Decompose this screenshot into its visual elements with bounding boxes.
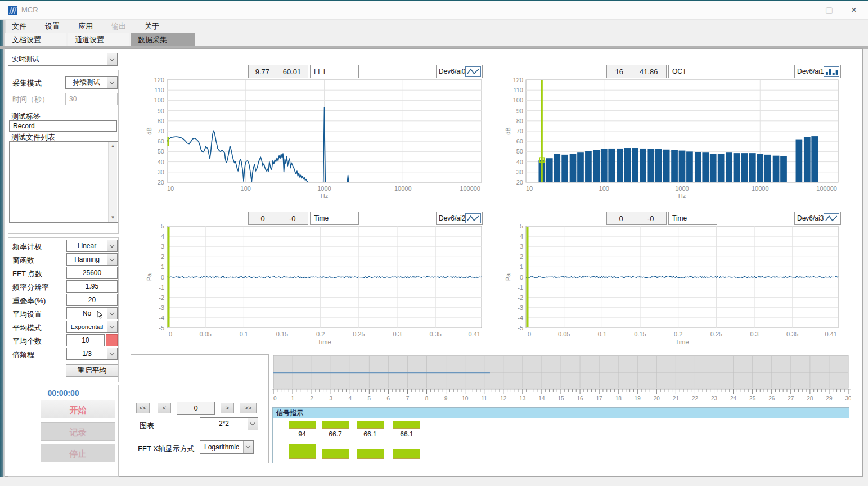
signal-value: 94 [289,430,316,438]
close-button[interactable]: × [841,1,867,19]
svg-text:15: 15 [557,395,564,402]
param-label: 平均个数 [12,336,42,346]
oct-plot[interactable]: 2030405060708090100110120101001000100001… [491,55,851,205]
fft-chart: 9.77 60.01 FFT Dev6/ai0 2030405060708090… [129,55,489,205]
fft-points-input[interactable]: 25600 [66,267,118,279]
param-label: 重叠率(%) [12,296,46,306]
overlap-input[interactable]: 20 [66,294,118,306]
tab-bar: 文档设置 通道设置 数据采集 [5,33,196,47]
svg-text:0.25: 0.25 [710,331,722,338]
freq-weighting-select[interactable]: Linear [66,240,118,252]
average-count-input[interactable]: 10 [66,334,105,346]
acq-mode-label: 采集模式 [12,78,42,88]
tab-data-acquisition[interactable]: 数据采集 [131,33,195,46]
svg-text:10: 10 [167,185,174,192]
param-label: 频率分辨率 [12,282,49,292]
divider [134,435,264,435]
svg-text:5: 5 [520,223,523,230]
scroll-down-icon[interactable]: ▼ [109,214,117,222]
scroll-up-icon[interactable]: ▲ [109,142,117,150]
nav-next-button[interactable]: > [221,403,234,413]
signal-panel: 信号指示 94 66.7 66.1 66.1 [272,407,849,464]
svg-text:2: 2 [310,395,313,402]
svg-text:10: 10 [462,395,469,402]
svg-text:90: 90 [158,107,164,114]
menu-apply[interactable]: 应用 [71,20,100,33]
test-file-list[interactable]: ▲ ▼ [9,141,118,223]
svg-text:4: 4 [161,233,164,240]
signal-level-bar [289,444,316,459]
svg-text:dB: dB [505,127,511,134]
mcr-window: MCR – ▢ × 文件 设置 应用 输出 关于 文档设置 通道设置 数据采集 … [0,0,868,486]
svg-text:24: 24 [730,395,737,402]
maximize-button[interactable]: ▢ [816,1,842,19]
svg-text:0.2: 0.2 [316,331,325,338]
svg-text:21: 21 [673,395,680,402]
svg-text:dB: dB [146,127,152,134]
svg-text:29: 29 [826,395,833,402]
menu-about[interactable]: 关于 [137,20,167,33]
window-func-select[interactable]: Hanning [66,253,118,266]
minimize-button[interactable]: – [790,1,816,19]
svg-text:0.05: 0.05 [558,331,570,338]
chart-layout-label: 图表 [140,421,154,431]
chart-layout-select[interactable]: 2*2 [200,417,258,430]
start-button[interactable]: 开始 [41,400,115,418]
svg-text:12: 12 [500,395,507,402]
svg-text:-5: -5 [518,325,523,331]
svg-text:14: 14 [538,395,545,402]
time-plot-ai3[interactable]: -5-4-3-2-101234500.050.10.150.20.250.30.… [491,209,851,351]
svg-text:110: 110 [513,87,523,93]
menu-settings[interactable]: 设置 [38,20,67,33]
svg-text:110: 110 [154,87,164,93]
svg-text:2: 2 [161,253,164,260]
menu-file[interactable]: 文件 [5,20,34,33]
average-setting-select[interactable]: No [66,307,118,320]
svg-text:4: 4 [520,233,523,240]
restart-average-button[interactable]: 重启平均 [66,364,118,377]
svg-text:0.3: 0.3 [393,331,401,338]
param-label: 平均模式 [12,323,42,333]
tab-document-settings[interactable]: 文档设置 [5,33,66,46]
svg-text:-4: -4 [159,314,164,321]
svg-text:0.35: 0.35 [429,331,441,338]
chevron-down-icon [248,418,258,430]
fft-axis-select[interactable]: Logarithmic [200,440,254,454]
svg-text:0.25: 0.25 [353,331,365,338]
param-label: 平均设置 [12,309,42,320]
svg-text:70: 70 [158,128,164,134]
nav-first-button[interactable]: << [136,403,150,413]
test-label-input[interactable]: Record [9,120,117,132]
acq-mode-select[interactable]: 持续测试 [65,76,118,89]
svg-text:30: 30 [516,169,523,176]
svg-text:20: 20 [654,395,660,402]
fft-plot[interactable]: 2030405060708090100110120101001000100001… [129,55,489,205]
record-timeline[interactable]: 0123456789101112131415161718192021222324… [272,354,851,403]
scrollbar[interactable]: ▲ ▼ [108,142,117,222]
test-mode-select[interactable]: 实时测试 [8,53,118,66]
nav-index-input[interactable]: 0 [177,402,215,415]
svg-text:80: 80 [158,118,164,124]
tab-channel-settings[interactable]: 通道设置 [68,33,129,46]
param-label: 窗函数 [12,255,34,266]
svg-text:-3: -3 [518,304,523,311]
freq-resolution-input[interactable]: 1.95 [66,280,118,292]
octave-select[interactable]: 1/3 [66,348,118,360]
svg-text:Time: Time [317,339,331,345]
nav-prev-button[interactable]: < [158,403,171,413]
signal-panel-title: 信号指示 [273,408,849,418]
svg-text:100: 100 [154,97,164,104]
svg-text:-1: -1 [159,284,164,291]
svg-text:9: 9 [444,395,448,402]
svg-text:100000: 100000 [460,185,480,192]
svg-text:100: 100 [599,185,609,192]
svg-text:-5: -5 [159,325,164,331]
menu-output: 输出 [104,20,133,33]
average-mode-select[interactable]: Exponential [66,321,118,333]
title-bar[interactable]: MCR – ▢ × [0,1,868,20]
svg-text:20: 20 [516,179,523,186]
svg-text:10: 10 [526,185,533,192]
time-plot-ai2[interactable]: -5-4-3-2-101234500.050.10.150.20.250.30.… [129,209,489,351]
nav-last-button[interactable]: >> [240,403,257,413]
svg-text:18: 18 [615,395,622,402]
